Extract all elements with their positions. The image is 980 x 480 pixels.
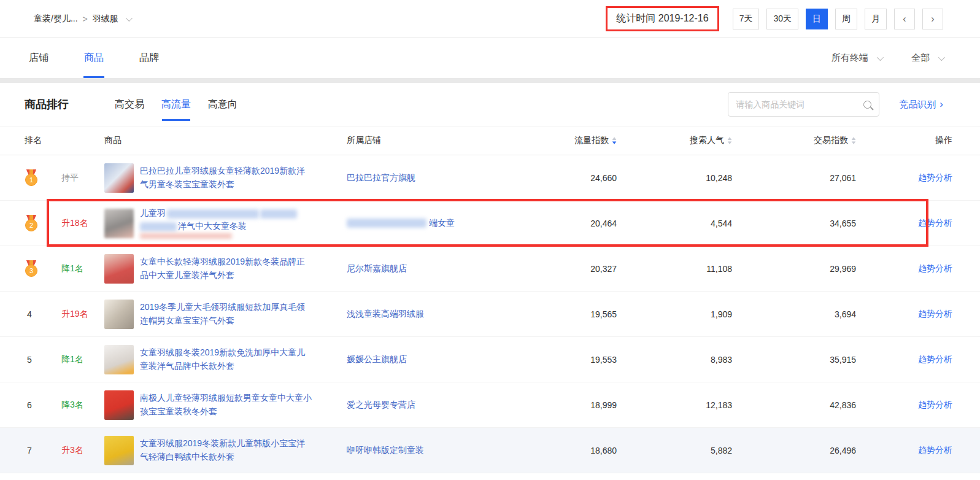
chevron-down-icon[interactable] <box>126 14 133 21</box>
product-image[interactable] <box>104 436 134 465</box>
period-month-button[interactable]: 月 <box>865 9 887 29</box>
shop-link[interactable]: 尼尔斯嘉旗舰店 <box>347 263 407 273</box>
trend-analysis-link[interactable]: 趋势分析 <box>918 445 952 455</box>
trade-index-value: 34,655 <box>732 219 856 228</box>
search-popularity-value: 4,544 <box>617 219 732 228</box>
top-bar: 童装/婴儿... > 羽绒服 统计时间 2019-12-16 7天 30天 日 … <box>0 0 980 38</box>
tab-high-trade[interactable]: 高交易 <box>115 83 144 126</box>
table-row: 5 降1名 女童羽绒服冬装2019新款免洗加厚中大童儿童装洋气品牌中长款外套 媛… <box>0 337 980 382</box>
col-action: 操作 <box>856 135 980 146</box>
traffic-index-value: 20,464 <box>549 219 617 228</box>
product-image[interactable] <box>104 300 134 329</box>
rank-trend: 降1名 <box>61 263 104 274</box>
period-day-button[interactable]: 日 <box>806 9 828 29</box>
search-popularity-value: 5,882 <box>617 446 732 455</box>
product-image[interactable] <box>104 390 134 420</box>
table-header: 排名 商品 所属店铺 流量指数▲▼ 搜索人气▲▼ 交易指数▲▼ 操作 <box>0 126 980 155</box>
search-input[interactable] <box>736 99 863 109</box>
trend-analysis-link[interactable]: 趋势分析 <box>918 309 952 319</box>
search-popularity-value: 12,183 <box>617 400 732 410</box>
prev-arrow-icon[interactable]: ‹ <box>894 9 915 29</box>
search-popularity-value: 1,909 <box>617 309 732 319</box>
period-30d-button[interactable]: 30天 <box>766 9 798 29</box>
trend-analysis-link[interactable]: 趋势分析 <box>918 400 952 409</box>
chevron-down-icon <box>877 53 884 60</box>
col-traffic-index: 流量指数▲▼ <box>549 135 617 146</box>
table-row: 1 持平 巴拉巴拉儿童羽绒服女童轻薄款2019新款洋气男童冬装宝宝童装外套 巴拉… <box>0 155 980 201</box>
breadcrumb-separator: > <box>83 14 88 24</box>
product-title-link[interactable]: 女童中长款轻薄羽绒服2019新款冬装品牌正品中大童儿童装洋气外套 <box>140 255 312 282</box>
product-image[interactable] <box>104 345 134 374</box>
stat-time-highlight-box: 统计时间 2019-12-16 <box>606 6 719 31</box>
search-popularity-value: 8,983 <box>617 355 732 365</box>
breadcrumb-current[interactable]: 羽绒服 <box>93 14 118 25</box>
product-image[interactable] <box>104 163 134 193</box>
rank-trend: 持平 <box>61 172 104 184</box>
rank-trend: 升18名 <box>61 218 104 229</box>
shop-link[interactable]: 爱之光母婴专营店 <box>347 400 415 409</box>
trend-analysis-link[interactable]: 趋势分析 <box>918 172 952 182</box>
terminal-filter-dropdown[interactable]: 所有终端 <box>831 52 882 64</box>
product-title-censored[interactable]: 儿童羽 洋气中大女童冬装 <box>140 207 297 239</box>
product-title-link[interactable]: 女童羽绒服冬装2019新款免洗加厚中大童儿童装洋气品牌中长款外套 <box>140 346 312 373</box>
scope-filter-dropdown[interactable]: 全部 <box>911 52 943 64</box>
trade-index-value: 27,061 <box>732 173 856 183</box>
rank-trend: 降1名 <box>61 354 104 365</box>
col-rank: 排名 <box>0 135 61 146</box>
product-title-link[interactable]: 巴拉巴拉儿童羽绒服女童轻薄款2019新款洋气男童冬装宝宝童装外套 <box>140 165 312 191</box>
product-image-blurred[interactable] <box>104 209 134 238</box>
search-box <box>728 92 879 117</box>
traffic-index-value: 24,660 <box>549 173 617 183</box>
trade-index-value: 35,915 <box>732 355 856 365</box>
shop-link[interactable]: 巴拉巴拉官方旗舰 <box>347 172 415 182</box>
trend-analysis-link[interactable]: 趋势分析 <box>918 263 952 273</box>
traffic-index-value: 20,327 <box>549 264 617 274</box>
col-search-popularity: 搜索人气▲▼ <box>617 135 732 146</box>
breadcrumb-category[interactable]: 童装/婴儿... <box>34 14 78 25</box>
breadcrumb: 童装/婴儿... > 羽绒服 <box>34 14 131 25</box>
tab-shop[interactable]: 店铺 <box>29 38 48 78</box>
tab-product[interactable]: 商品 <box>84 38 104 78</box>
trend-analysis-link[interactable]: 趋势分析 <box>918 354 952 364</box>
table-row-highlighted: 2 升18名 儿童羽 洋气中大女童冬装 端女童 20,464 4,544 34,… <box>0 201 980 246</box>
chevron-down-icon <box>938 53 945 60</box>
table-row: 6 降3名 南极人儿童轻薄羽绒服短款男童女童中大童小孩宝宝童装秋冬外套 爱之光母… <box>0 382 980 428</box>
next-arrow-icon[interactable]: › <box>922 9 943 29</box>
traffic-index-value: 19,565 <box>549 309 617 319</box>
section-divider <box>0 78 980 83</box>
traffic-index-value: 18,999 <box>549 400 617 410</box>
trade-index-value: 3,694 <box>732 309 856 319</box>
tab-high-traffic[interactable]: 高流量 <box>161 83 191 126</box>
page-title: 商品排行 <box>25 97 69 112</box>
shop-link[interactable]: 媛媛公主旗舰店 <box>347 354 407 364</box>
table-row: 7 升3名 女童羽绒服2019冬装新款儿童韩版小宝宝洋气轻薄白鸭绒中长款外套 咿… <box>0 428 980 473</box>
sort-trade-icon[interactable]: ▲▼ <box>851 136 856 145</box>
col-shop: 所属店铺 <box>347 135 549 146</box>
search-icon[interactable] <box>863 101 871 109</box>
shop-link[interactable]: 咿呀咿韩版定制童装 <box>347 445 424 455</box>
medal-bronze-icon: 3 <box>25 260 38 277</box>
sort-traffic-icon[interactable]: ▲▼ <box>612 136 617 145</box>
date-controls: 统计时间 2019-12-16 7天 30天 日 周 月 ‹ › <box>606 6 943 31</box>
sort-search-icon[interactable]: ▲▼ <box>727 136 732 145</box>
search-popularity-value: 10,248 <box>617 173 732 183</box>
table-row: 4 升19名 2019冬季儿童大毛领羽绒服短款加厚真毛领连帽男女童宝宝洋气外套 … <box>0 292 980 337</box>
medal-gold-icon: 1 <box>25 169 38 186</box>
trade-index-value: 26,496 <box>732 446 856 455</box>
product-image[interactable] <box>104 254 134 284</box>
tab-brand[interactable]: 品牌 <box>139 38 159 78</box>
medal-silver-icon: 2 <box>25 215 38 231</box>
trade-index-value: 42,836 <box>732 400 856 410</box>
period-7d-button[interactable]: 7天 <box>733 9 760 29</box>
product-title-link[interactable]: 女童羽绒服2019冬装新款儿童韩版小宝宝洋气轻薄白鸭绒中长款外套 <box>140 437 312 463</box>
trend-analysis-link[interactable]: 趋势分析 <box>918 218 952 228</box>
shop-link-censored[interactable]: 端女童 <box>347 218 549 229</box>
shop-link[interactable]: 浅浅童装高端羽绒服 <box>347 309 424 319</box>
tab-high-intent[interactable]: 高意向 <box>208 83 237 126</box>
rank-trend: 升19名 <box>61 309 104 320</box>
competitor-identify-link[interactable]: 竞品识别 › <box>899 98 943 110</box>
period-week-button[interactable]: 周 <box>835 9 857 29</box>
product-title-link[interactable]: 南极人儿童轻薄羽绒服短款男童女童中大童小孩宝宝童装秋冬外套 <box>140 392 312 418</box>
traffic-index-value: 18,680 <box>549 446 617 455</box>
product-title-link[interactable]: 2019冬季儿童大毛领羽绒服短款加厚真毛领连帽男女童宝宝洋气外套 <box>140 301 312 327</box>
